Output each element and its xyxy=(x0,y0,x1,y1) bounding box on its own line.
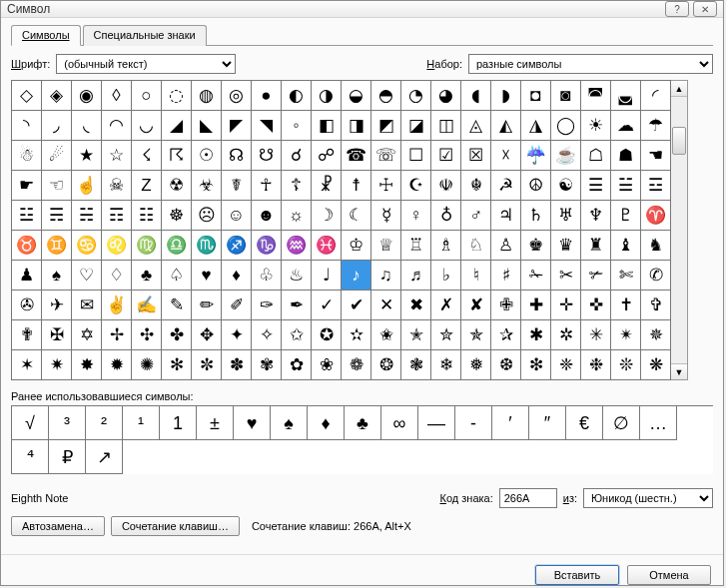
symbol-cell[interactable]: ✥ xyxy=(192,320,222,350)
symbol-cell[interactable]: ✱ xyxy=(521,320,551,350)
symbol-cell[interactable]: ☴ xyxy=(42,201,72,231)
symbol-cell[interactable]: ♪ xyxy=(342,261,371,291)
symbol-cell[interactable]: ☨ xyxy=(342,171,371,201)
symbol-cell[interactable]: ◓ xyxy=(371,81,401,111)
symbol-cell[interactable]: ☰ xyxy=(581,171,611,201)
symbol-cell[interactable]: ◤ xyxy=(222,111,252,141)
symbol-cell[interactable]: ♓ xyxy=(312,231,342,261)
symbol-cell[interactable]: ☃ xyxy=(12,141,42,171)
symbol-cell[interactable]: ✐ xyxy=(222,291,252,320)
symbol-cell[interactable]: ✾ xyxy=(252,350,282,380)
symbol-cell[interactable]: ♦ xyxy=(222,261,252,291)
symbol-cell[interactable]: ☼ xyxy=(282,201,312,231)
symbol-cell[interactable]: ◌ xyxy=(162,81,192,111)
symbol-cell[interactable]: ✍ xyxy=(132,291,162,320)
symbol-cell[interactable]: ◥ xyxy=(252,111,282,141)
symbol-cell[interactable]: ☺ xyxy=(222,201,252,231)
symbol-cell[interactable]: ◩ xyxy=(371,111,401,141)
recent-cell[interactable]: ↗ xyxy=(86,440,123,474)
symbol-cell[interactable]: ☗ xyxy=(611,141,641,171)
symbol-cell[interactable]: ✌ xyxy=(102,291,132,320)
symbol-cell[interactable]: ♉ xyxy=(12,231,42,261)
symbol-cell[interactable]: ✈ xyxy=(42,291,72,320)
symbol-cell[interactable]: ☖ xyxy=(581,141,611,171)
symbol-cell[interactable]: ♤ xyxy=(162,261,192,291)
symbol-cell[interactable]: ◨ xyxy=(342,111,371,141)
symbol-cell[interactable]: ◘ xyxy=(521,81,551,111)
symbol-cell[interactable]: ♟ xyxy=(12,261,42,291)
font-select[interactable]: (обычный текст) xyxy=(56,54,236,74)
symbol-cell[interactable]: ☉ xyxy=(192,141,222,171)
symbol-cell[interactable]: ☩ xyxy=(371,171,401,201)
symbol-cell[interactable]: ✻ xyxy=(162,350,192,380)
symbol-cell[interactable]: ☢ xyxy=(162,171,192,201)
symbol-cell[interactable]: ☣ xyxy=(192,171,222,201)
symbol-cell[interactable]: ✜ xyxy=(581,291,611,320)
symbol-cell[interactable]: ♛ xyxy=(551,231,581,261)
symbol-cell[interactable]: ◍ xyxy=(192,81,222,111)
scroll-thumb[interactable] xyxy=(672,127,686,155)
recent-cell[interactable]: ♠ xyxy=(271,406,308,440)
symbol-cell[interactable]: ✲ xyxy=(551,320,581,350)
symbol-cell[interactable]: ✗ xyxy=(431,291,461,320)
symbol-cell[interactable]: ✁ xyxy=(521,261,551,291)
symbol-cell[interactable]: ✬ xyxy=(371,320,401,350)
symbol-cell[interactable]: ♏ xyxy=(192,231,222,261)
symbol-cell[interactable]: ◚ xyxy=(581,81,611,111)
symbol-cell[interactable]: ♐ xyxy=(222,231,252,261)
tab-special[interactable]: Специальные знаки xyxy=(83,25,207,46)
symbol-cell[interactable]: ☊ xyxy=(222,141,252,171)
recent-cell[interactable]: — xyxy=(418,406,455,440)
symbol-cell[interactable]: ♒ xyxy=(282,231,312,261)
symbol-cell[interactable]: ✺ xyxy=(132,350,162,380)
scroll-track[interactable] xyxy=(671,97,687,363)
code-input[interactable] xyxy=(499,488,557,508)
symbol-cell[interactable]: ✙ xyxy=(491,291,521,320)
symbol-cell[interactable]: Z xyxy=(132,171,162,201)
symbol-cell[interactable]: ☠ xyxy=(102,171,132,201)
symbol-cell[interactable]: ♑ xyxy=(252,231,282,261)
symbol-cell[interactable]: ● xyxy=(252,81,282,111)
symbol-cell[interactable]: ♩ xyxy=(312,261,342,291)
symbol-cell[interactable]: ☓ xyxy=(491,141,521,171)
symbol-cell[interactable]: ☕ xyxy=(551,141,581,171)
symbol-cell[interactable]: ✸ xyxy=(72,350,102,380)
recent-cell[interactable]: 1 xyxy=(160,406,197,440)
recent-cell[interactable]: ₽ xyxy=(49,440,86,474)
symbol-cell[interactable]: ✔ xyxy=(342,291,371,320)
grid-scrollbar[interactable]: ▲ ▼ xyxy=(671,80,688,380)
symbol-cell[interactable]: ✩ xyxy=(282,320,312,350)
symbol-cell[interactable]: ♅ xyxy=(551,201,581,231)
symbol-cell[interactable]: ◟ xyxy=(72,111,102,141)
symbol-cell[interactable]: ◬ xyxy=(461,111,491,141)
symbol-cell[interactable]: ✘ xyxy=(461,291,491,320)
symbol-cell[interactable]: ✄ xyxy=(611,261,641,291)
symbol-cell[interactable]: ♂ xyxy=(461,201,491,231)
symbol-cell[interactable]: ✿ xyxy=(282,350,312,380)
symbol-cell[interactable]: ☜ xyxy=(42,171,72,201)
symbol-cell[interactable]: ✠ xyxy=(42,320,72,350)
symbol-cell[interactable]: ❈ xyxy=(551,350,581,380)
symbol-cell[interactable]: ✏ xyxy=(192,291,222,320)
cancel-button[interactable]: Отмена xyxy=(627,565,711,585)
symbol-cell[interactable]: ♡ xyxy=(72,261,102,291)
recent-cell[interactable]: ³ xyxy=(49,406,86,440)
symbol-cell[interactable]: ☷ xyxy=(132,201,162,231)
symbol-cell[interactable]: ☮ xyxy=(521,171,551,201)
symbol-cell[interactable]: ✹ xyxy=(102,350,132,380)
tab-symbols[interactable]: Символы xyxy=(11,25,81,46)
symbol-cell[interactable]: ❁ xyxy=(342,350,371,380)
symbol-cell[interactable]: ✟ xyxy=(12,320,42,350)
recent-cell[interactable]: ♦ xyxy=(308,406,345,440)
symbol-cell[interactable]: ☀ xyxy=(581,111,611,141)
symbol-cell[interactable]: ☁ xyxy=(611,111,641,141)
symbol-cell[interactable]: ♇ xyxy=(611,201,641,231)
symbol-cell[interactable]: ✎ xyxy=(162,291,192,320)
symbol-cell[interactable]: ✭ xyxy=(401,320,431,350)
symbol-cell[interactable]: ☬ xyxy=(461,171,491,201)
symbol-cell[interactable]: ☫ xyxy=(431,171,461,201)
recent-cell[interactable]: € xyxy=(566,406,603,440)
symbol-cell[interactable]: ◣ xyxy=(192,111,222,141)
symbol-cell[interactable]: ☑ xyxy=(431,141,461,171)
symbol-cell[interactable]: ✕ xyxy=(371,291,401,320)
